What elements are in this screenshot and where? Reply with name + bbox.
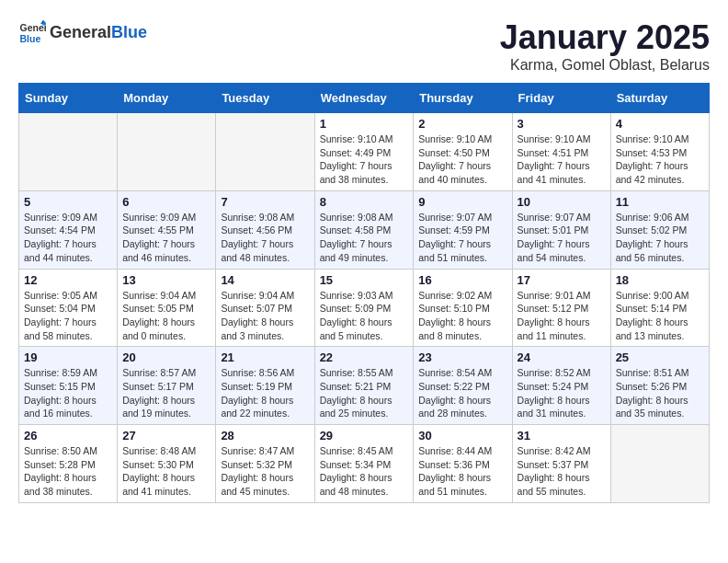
weekday-header-row: SundayMondayTuesdayWednesdayThursdayFrid… [19, 84, 710, 113]
day-info: Sunrise: 8:59 AM Sunset: 5:15 PM Dayligh… [24, 366, 112, 420]
weekday-header-wednesday: Wednesday [314, 84, 414, 113]
calendar-cell: 12Sunrise: 9:05 AM Sunset: 5:04 PM Dayli… [19, 269, 118, 347]
day-info: Sunrise: 8:51 AM Sunset: 5:26 PM Dayligh… [616, 366, 704, 420]
calendar-cell: 25Sunrise: 8:51 AM Sunset: 5:26 PM Dayli… [610, 347, 709, 425]
day-number: 25 [616, 350, 704, 364]
day-number: 20 [122, 350, 210, 364]
calendar-cell: 3Sunrise: 9:10 AM Sunset: 4:51 PM Daylig… [512, 113, 610, 191]
calendar-cell: 20Sunrise: 8:57 AM Sunset: 5:17 PM Dayli… [118, 347, 216, 425]
calendar-cell: 19Sunrise: 8:59 AM Sunset: 5:15 PM Dayli… [19, 347, 118, 425]
day-number: 8 [320, 195, 409, 209]
day-number: 2 [418, 117, 506, 131]
day-info: Sunrise: 9:00 AM Sunset: 5:14 PM Dayligh… [616, 289, 704, 343]
calendar: SundayMondayTuesdayWednesdayThursdayFrid… [18, 83, 710, 503]
day-number: 16 [418, 273, 506, 287]
calendar-cell: 23Sunrise: 8:54 AM Sunset: 5:22 PM Dayli… [414, 347, 512, 425]
day-number: 10 [518, 195, 606, 209]
calendar-cell: 13Sunrise: 9:04 AM Sunset: 5:05 PM Dayli… [118, 269, 216, 347]
calendar-cell [118, 113, 216, 191]
calendar-cell: 16Sunrise: 9:02 AM Sunset: 5:10 PM Dayli… [414, 269, 512, 347]
logo-general: General [50, 23, 111, 41]
calendar-cell: 18Sunrise: 9:00 AM Sunset: 5:14 PM Dayli… [610, 269, 709, 347]
week-row-1: 1Sunrise: 9:10 AM Sunset: 4:49 PM Daylig… [19, 113, 710, 191]
title-area: January 2025 Karma, Gomel Oblast, Belaru… [500, 18, 710, 74]
calendar-cell: 26Sunrise: 8:50 AM Sunset: 5:28 PM Dayli… [19, 425, 118, 503]
svg-text:Blue: Blue [20, 33, 41, 44]
day-info: Sunrise: 9:10 AM Sunset: 4:49 PM Dayligh… [320, 132, 409, 187]
day-number: 12 [24, 273, 112, 287]
calendar-cell: 21Sunrise: 8:56 AM Sunset: 5:19 PM Dayli… [216, 347, 314, 425]
logo: General Blue GeneralBlue [18, 18, 147, 46]
calendar-cell: 29Sunrise: 8:45 AM Sunset: 5:34 PM Dayli… [314, 425, 414, 503]
day-number: 19 [24, 350, 112, 364]
calendar-cell: 22Sunrise: 8:55 AM Sunset: 5:21 PM Dayli… [314, 347, 414, 425]
day-number: 1 [320, 117, 409, 131]
day-info: Sunrise: 8:44 AM Sunset: 5:36 PM Dayligh… [418, 444, 506, 499]
calendar-cell: 27Sunrise: 8:48 AM Sunset: 5:30 PM Dayli… [118, 425, 216, 503]
calendar-cell: 15Sunrise: 9:03 AM Sunset: 5:09 PM Dayli… [314, 269, 414, 347]
day-number: 24 [518, 350, 606, 364]
calendar-cell [216, 113, 314, 191]
day-number: 5 [24, 195, 112, 209]
location-title: Karma, Gomel Oblast, Belarus [500, 57, 710, 74]
day-number: 3 [518, 117, 606, 131]
weekday-header-monday: Monday [118, 84, 216, 113]
week-row-2: 5Sunrise: 9:09 AM Sunset: 4:54 PM Daylig… [19, 190, 710, 269]
day-number: 14 [221, 273, 309, 287]
calendar-cell: 1Sunrise: 9:10 AM Sunset: 4:49 PM Daylig… [314, 113, 414, 191]
calendar-cell: 8Sunrise: 9:08 AM Sunset: 4:58 PM Daylig… [314, 190, 414, 269]
calendar-cell: 28Sunrise: 8:47 AM Sunset: 5:32 PM Dayli… [216, 425, 314, 503]
calendar-cell: 2Sunrise: 9:10 AM Sunset: 4:50 PM Daylig… [414, 113, 512, 191]
day-info: Sunrise: 9:06 AM Sunset: 5:02 PM Dayligh… [616, 211, 704, 265]
calendar-cell: 31Sunrise: 8:42 AM Sunset: 5:37 PM Dayli… [512, 425, 610, 503]
weekday-header-friday: Friday [512, 84, 610, 113]
weekday-header-sunday: Sunday [19, 84, 118, 113]
calendar-cell [19, 113, 118, 191]
calendar-cell: 4Sunrise: 9:10 AM Sunset: 4:53 PM Daylig… [610, 113, 709, 191]
weekday-header-saturday: Saturday [610, 84, 709, 113]
day-info: Sunrise: 9:01 AM Sunset: 5:12 PM Dayligh… [518, 289, 606, 343]
day-info: Sunrise: 8:48 AM Sunset: 5:30 PM Dayligh… [122, 444, 210, 499]
day-info: Sunrise: 8:47 AM Sunset: 5:32 PM Dayligh… [221, 444, 309, 499]
day-info: Sunrise: 9:08 AM Sunset: 4:56 PM Dayligh… [221, 211, 309, 265]
week-row-5: 26Sunrise: 8:50 AM Sunset: 5:28 PM Dayli… [19, 425, 710, 503]
calendar-cell: 5Sunrise: 9:09 AM Sunset: 4:54 PM Daylig… [19, 190, 118, 269]
day-number: 22 [320, 350, 409, 364]
calendar-cell: 9Sunrise: 9:07 AM Sunset: 4:59 PM Daylig… [414, 190, 512, 269]
day-info: Sunrise: 9:09 AM Sunset: 4:54 PM Dayligh… [24, 211, 112, 265]
logo-icon: General Blue [18, 18, 46, 46]
logo-blue: Blue [111, 23, 147, 41]
day-info: Sunrise: 9:10 AM Sunset: 4:53 PM Dayligh… [616, 132, 704, 187]
day-number: 26 [24, 429, 112, 442]
day-number: 30 [418, 429, 506, 442]
calendar-cell: 17Sunrise: 9:01 AM Sunset: 5:12 PM Dayli… [512, 269, 610, 347]
day-info: Sunrise: 9:07 AM Sunset: 5:01 PM Dayligh… [518, 211, 606, 265]
day-number: 13 [122, 273, 210, 287]
day-number: 4 [616, 117, 704, 131]
weekday-header-tuesday: Tuesday [216, 84, 314, 113]
weekday-header-thursday: Thursday [414, 84, 512, 113]
day-info: Sunrise: 8:57 AM Sunset: 5:17 PM Dayligh… [122, 366, 210, 420]
day-info: Sunrise: 8:52 AM Sunset: 5:24 PM Dayligh… [518, 366, 606, 420]
calendar-cell [610, 425, 709, 503]
day-number: 7 [221, 195, 309, 209]
day-number: 6 [122, 195, 210, 209]
day-number: 15 [320, 273, 409, 287]
day-number: 11 [616, 195, 704, 209]
week-row-3: 12Sunrise: 9:05 AM Sunset: 5:04 PM Dayli… [19, 269, 710, 347]
day-number: 27 [122, 429, 210, 442]
calendar-cell: 24Sunrise: 8:52 AM Sunset: 5:24 PM Dayli… [512, 347, 610, 425]
day-info: Sunrise: 8:42 AM Sunset: 5:37 PM Dayligh… [518, 444, 606, 499]
header: General Blue GeneralBlue January 2025 Ka… [18, 18, 710, 74]
day-number: 17 [518, 273, 606, 287]
day-info: Sunrise: 9:04 AM Sunset: 5:07 PM Dayligh… [221, 289, 309, 343]
day-info: Sunrise: 9:05 AM Sunset: 5:04 PM Dayligh… [24, 289, 112, 343]
month-title: January 2025 [500, 18, 710, 57]
day-number: 21 [221, 350, 309, 364]
day-info: Sunrise: 8:56 AM Sunset: 5:19 PM Dayligh… [221, 366, 309, 420]
day-number: 31 [518, 429, 606, 442]
day-info: Sunrise: 8:55 AM Sunset: 5:21 PM Dayligh… [320, 366, 409, 420]
calendar-cell: 10Sunrise: 9:07 AM Sunset: 5:01 PM Dayli… [512, 190, 610, 269]
day-info: Sunrise: 8:45 AM Sunset: 5:34 PM Dayligh… [320, 444, 409, 499]
day-number: 29 [320, 429, 409, 442]
